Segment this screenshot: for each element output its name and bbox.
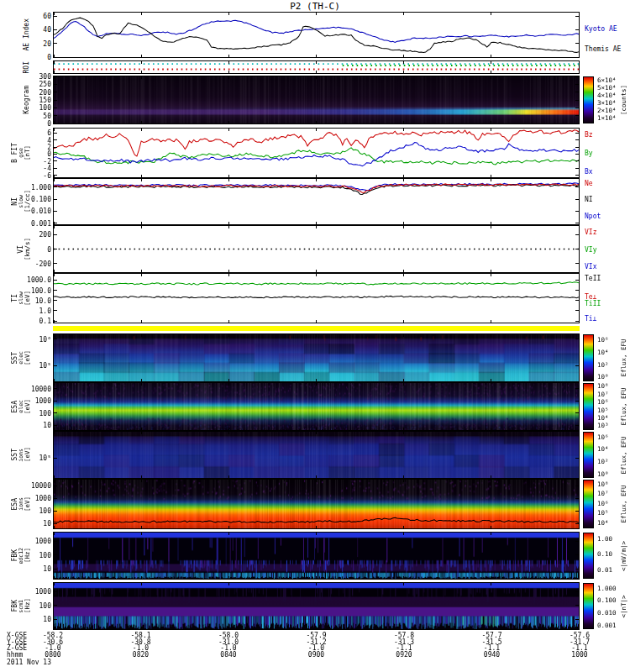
ytick-mark — [575, 498, 579, 499]
ylabel-line: ROI — [24, 61, 30, 73]
time-tick-mark — [228, 432, 229, 434]
ytick-label: 0.1 — [39, 318, 51, 325]
series-label-bx: Bx — [585, 168, 593, 176]
ytick-mark — [54, 147, 57, 148]
panel-ylabel-b: B FITgse[nT] — [2, 129, 30, 177]
colorbar-sst_e — [583, 334, 594, 381]
footer-value: 0940 — [484, 651, 500, 659]
ytick-label: 200 — [39, 231, 51, 239]
footer-value: 0900 — [308, 651, 324, 659]
series-label-npot: Npot — [585, 213, 601, 220]
ytick-mark — [54, 16, 57, 17]
colorbar-label: 10⁶ — [597, 433, 609, 440]
ytick-mark — [575, 234, 579, 235]
colorbar-label: 10⁶ — [597, 335, 609, 343]
ytick-mark — [54, 234, 57, 235]
series-label-by: By — [585, 150, 593, 157]
colorbar-label: 1.000 — [597, 584, 617, 591]
colorbar-unit: <|nT|> — [620, 595, 627, 617]
date-label: 2011 Nov 13 — [7, 659, 51, 666]
panel-ylabel-esa_e: ESAelec[eV] — [2, 383, 30, 430]
time-tick-mark — [54, 121, 55, 123]
colorbar-label: 10³ — [597, 422, 609, 429]
ytick-mark — [575, 154, 579, 155]
ytick-mark — [575, 133, 579, 134]
time-tick-mark — [141, 61, 142, 64]
ytick-mark — [54, 43, 57, 44]
time-tick-mark — [316, 76, 317, 79]
colorbar-sst_i — [583, 432, 594, 478]
panel-esa-electrons: ESAelec[eV]1000010001001010⁸10⁷10⁶10⁵10⁴… — [53, 382, 580, 431]
time-tick-mark — [316, 226, 317, 228]
footer-value: 0920 — [396, 651, 412, 659]
footer-row-label: hhmm — [7, 651, 23, 659]
time-tick-mark — [403, 55, 404, 57]
ytick-mark — [54, 591, 57, 592]
time-tick-mark — [316, 576, 317, 579]
time-tick-mark — [579, 383, 580, 386]
time-tick-mark — [491, 428, 491, 430]
colorbar-label: 6×10⁴ — [597, 76, 617, 83]
ytick-mark — [575, 569, 579, 570]
ytick-mark — [54, 223, 57, 223]
ytick-mark — [54, 321, 57, 322]
time-tick-mark — [141, 270, 142, 272]
ytick-mark — [54, 300, 57, 301]
colorbar-unit: Eflux, EFU — [620, 436, 627, 474]
time-tick-mark — [141, 129, 142, 131]
ytick-mark — [54, 57, 57, 58]
ytick-mark — [54, 175, 57, 176]
ytick-mark — [54, 280, 57, 281]
ytick-mark — [575, 511, 579, 512]
time-tick-mark — [54, 576, 55, 579]
ytick-mark — [54, 139, 57, 140]
ytick-mark — [54, 541, 57, 542]
time-tick-mark — [316, 383, 317, 386]
ytick-mark — [54, 29, 57, 30]
time-tick-mark — [491, 222, 491, 224]
colorbar-label: 10⁵ — [597, 509, 609, 517]
time-tick-mark — [141, 432, 142, 434]
time-tick-mark — [54, 226, 55, 228]
ytick-mark — [54, 76, 57, 77]
ytick-mark — [575, 147, 579, 148]
time-tick-mark — [141, 627, 142, 629]
ytick-mark — [575, 92, 579, 92]
panel-ylabel-sst_e: SSTelec[eV] — [2, 334, 30, 381]
ytick-label: 10 — [43, 616, 51, 623]
colorbar-fbk1 — [583, 533, 594, 579]
time-tick-mark — [316, 61, 317, 64]
ylabel-line: [eV] — [24, 447, 31, 462]
colorbar-label: 10⁰ — [597, 470, 609, 477]
roi-yellow-bar — [53, 326, 580, 331]
panel-esa-ions: ESAions[eV]1000010001001010⁸10⁷10⁶10⁵10⁴… — [53, 479, 580, 529]
time-tick-mark — [228, 475, 229, 478]
ytick-mark — [575, 388, 579, 389]
ytick-label: 100 — [39, 104, 51, 112]
colorbar-label: 0.10 — [597, 550, 612, 558]
time-tick-mark — [403, 226, 404, 228]
themis-summary-plot: P2 (TH-C) AE Index0204060Kyoto AEThemis … — [0, 0, 630, 672]
time-tick-mark — [316, 274, 317, 276]
time-tick-mark — [403, 76, 404, 79]
time-tick-mark — [579, 61, 580, 64]
colorbar-label: 10⁵ — [597, 406, 609, 413]
plot-lines-esa_e — [54, 383, 579, 430]
ytick-mark — [54, 211, 57, 212]
ytick-mark — [54, 388, 57, 389]
ytick-label: 300 — [39, 73, 51, 81]
ytick-label: 1000.0 — [27, 276, 51, 284]
time-tick-mark — [403, 61, 404, 64]
ytick-mark — [575, 84, 579, 85]
series-label-bz: Bz — [585, 130, 593, 138]
time-tick-mark — [141, 76, 142, 79]
time-tick-mark — [403, 175, 404, 177]
ytick-label: 0.100 — [31, 196, 51, 203]
colorbar-label: 10⁸ — [597, 480, 609, 487]
plot-lines-sst_i — [54, 432, 579, 478]
panel-ylabel-fbk1: FBKedc12[Hz] — [2, 533, 30, 579]
time-tick-mark — [141, 379, 142, 381]
colorbar-label: 10² — [597, 360, 609, 368]
time-tick-mark — [316, 480, 317, 482]
time-tick-mark — [141, 576, 142, 579]
